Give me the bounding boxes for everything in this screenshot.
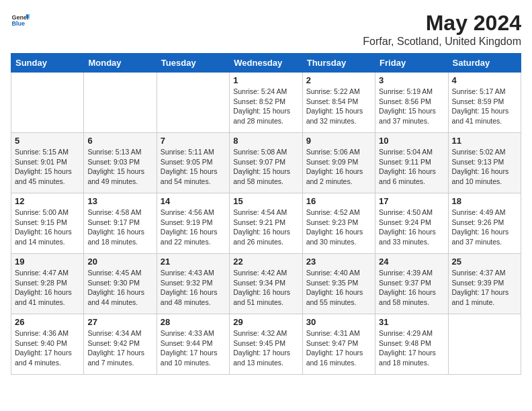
table-row: 28Sunrise: 4:33 AM Sunset: 9:44 PM Dayli…	[157, 314, 229, 375]
table-row: 16Sunrise: 4:52 AM Sunset: 9:23 PM Dayli…	[302, 193, 375, 254]
day-number: 3	[379, 75, 444, 85]
day-info: Sunrise: 4:37 AM Sunset: 9:39 PM Dayligh…	[452, 268, 517, 308]
day-number: 18	[452, 196, 517, 206]
day-info: Sunrise: 4:43 AM Sunset: 9:32 PM Dayligh…	[161, 268, 226, 308]
table-row: 30Sunrise: 4:31 AM Sunset: 9:47 PM Dayli…	[302, 314, 375, 375]
day-number: 7	[161, 136, 226, 146]
table-row: 8Sunrise: 5:08 AM Sunset: 9:07 PM Daylig…	[230, 133, 302, 193]
header-thursday: Thursday	[302, 54, 375, 73]
day-info: Sunrise: 4:47 AM Sunset: 9:28 PM Dayligh…	[15, 268, 80, 308]
day-number: 13	[87, 196, 152, 206]
day-info: Sunrise: 4:45 AM Sunset: 9:30 PM Dayligh…	[87, 268, 152, 308]
day-number: 20	[87, 257, 152, 267]
header: General Blue May 2024 Forfar, Scotland, …	[11, 11, 521, 48]
calendar-week-row: 19Sunrise: 4:47 AM Sunset: 9:28 PM Dayli…	[11, 254, 521, 314]
day-info: Sunrise: 4:54 AM Sunset: 9:21 PM Dayligh…	[233, 208, 298, 247]
table-row: 14Sunrise: 4:56 AM Sunset: 9:19 PM Dayli…	[157, 193, 229, 254]
day-number: 28	[161, 317, 226, 327]
table-row: 15Sunrise: 4:54 AM Sunset: 9:21 PM Dayli…	[230, 193, 302, 254]
day-number: 30	[306, 317, 371, 327]
calendar-week-row: 26Sunrise: 4:36 AM Sunset: 9:40 PM Dayli…	[11, 314, 521, 375]
day-info: Sunrise: 4:42 AM Sunset: 9:34 PM Dayligh…	[233, 268, 298, 308]
day-number: 23	[306, 257, 371, 267]
table-row: 4Sunrise: 5:17 AM Sunset: 8:59 PM Daylig…	[448, 73, 521, 133]
table-row: 11Sunrise: 5:02 AM Sunset: 9:13 PM Dayli…	[448, 133, 521, 193]
day-number: 14	[161, 196, 226, 206]
table-row: 7Sunrise: 5:11 AM Sunset: 9:05 PM Daylig…	[157, 133, 229, 193]
table-row: 6Sunrise: 5:13 AM Sunset: 9:03 PM Daylig…	[84, 133, 157, 193]
table-row	[11, 73, 84, 133]
calendar-week-row: 12Sunrise: 5:00 AM Sunset: 9:15 PM Dayli…	[11, 193, 521, 254]
table-row: 24Sunrise: 4:39 AM Sunset: 9:37 PM Dayli…	[375, 254, 448, 314]
day-info: Sunrise: 4:29 AM Sunset: 9:48 PM Dayligh…	[379, 328, 444, 368]
table-row: 31Sunrise: 4:29 AM Sunset: 9:48 PM Dayli…	[375, 314, 448, 375]
month-title: May 2024	[363, 11, 521, 36]
calendar-week-row: 1Sunrise: 5:24 AM Sunset: 8:52 PM Daylig…	[11, 73, 521, 133]
day-info: Sunrise: 4:34 AM Sunset: 9:42 PM Dayligh…	[87, 328, 152, 368]
header-monday: Monday	[84, 54, 157, 73]
location-title: Forfar, Scotland, United Kingdom	[363, 36, 521, 48]
day-info: Sunrise: 5:02 AM Sunset: 9:13 PM Dayligh…	[452, 147, 517, 187]
day-number: 17	[379, 196, 444, 206]
day-info: Sunrise: 4:32 AM Sunset: 9:45 PM Dayligh…	[233, 328, 298, 368]
day-info: Sunrise: 4:39 AM Sunset: 9:37 PM Dayligh…	[379, 268, 444, 308]
table-row: 26Sunrise: 4:36 AM Sunset: 9:40 PM Dayli…	[11, 314, 84, 375]
day-number: 5	[15, 136, 80, 146]
table-row: 3Sunrise: 5:19 AM Sunset: 8:56 PM Daylig…	[375, 73, 448, 133]
day-number: 22	[233, 257, 298, 267]
day-info: Sunrise: 5:06 AM Sunset: 9:09 PM Dayligh…	[306, 147, 371, 187]
day-info: Sunrise: 5:11 AM Sunset: 9:05 PM Dayligh…	[161, 147, 226, 187]
day-info: Sunrise: 5:08 AM Sunset: 9:07 PM Dayligh…	[233, 147, 298, 187]
day-info: Sunrise: 5:00 AM Sunset: 9:15 PM Dayligh…	[15, 208, 80, 247]
table-row: 19Sunrise: 4:47 AM Sunset: 9:28 PM Dayli…	[11, 254, 84, 314]
table-row: 18Sunrise: 4:49 AM Sunset: 9:26 PM Dayli…	[448, 193, 521, 254]
day-number: 31	[379, 317, 444, 327]
table-row: 1Sunrise: 5:24 AM Sunset: 8:52 PM Daylig…	[230, 73, 302, 133]
day-info: Sunrise: 4:33 AM Sunset: 9:44 PM Dayligh…	[161, 328, 226, 368]
day-info: Sunrise: 5:19 AM Sunset: 8:56 PM Dayligh…	[379, 87, 444, 126]
header-sunday: Sunday	[11, 54, 84, 73]
day-number: 11	[452, 136, 517, 146]
day-info: Sunrise: 4:58 AM Sunset: 9:17 PM Dayligh…	[87, 208, 152, 247]
day-number: 2	[306, 75, 371, 85]
day-info: Sunrise: 4:36 AM Sunset: 9:40 PM Dayligh…	[15, 328, 80, 368]
day-number: 6	[87, 136, 152, 146]
day-number: 1	[233, 75, 298, 85]
table-row	[448, 314, 521, 375]
day-info: Sunrise: 4:50 AM Sunset: 9:24 PM Dayligh…	[379, 208, 444, 247]
day-number: 16	[306, 196, 371, 206]
logo-icon: General Blue	[11, 11, 30, 30]
day-number: 8	[233, 136, 298, 146]
day-info: Sunrise: 4:56 AM Sunset: 9:19 PM Dayligh…	[161, 208, 226, 247]
day-info: Sunrise: 4:49 AM Sunset: 9:26 PM Dayligh…	[452, 208, 517, 247]
header-tuesday: Tuesday	[157, 54, 229, 73]
day-info: Sunrise: 4:31 AM Sunset: 9:47 PM Dayligh…	[306, 328, 371, 368]
calendar-week-row: 5Sunrise: 5:15 AM Sunset: 9:01 PM Daylig…	[11, 133, 521, 193]
svg-text:Blue: Blue	[11, 20, 25, 27]
table-row: 20Sunrise: 4:45 AM Sunset: 9:30 PM Dayli…	[84, 254, 157, 314]
table-row: 10Sunrise: 5:04 AM Sunset: 9:11 PM Dayli…	[375, 133, 448, 193]
day-info: Sunrise: 4:52 AM Sunset: 9:23 PM Dayligh…	[306, 208, 371, 247]
logo: General Blue	[11, 11, 30, 30]
calendar-header-row: Sunday Monday Tuesday Wednesday Thursday…	[11, 54, 521, 73]
table-row: 17Sunrise: 4:50 AM Sunset: 9:24 PM Dayli…	[375, 193, 448, 254]
day-number: 15	[233, 196, 298, 206]
day-info: Sunrise: 4:40 AM Sunset: 9:35 PM Dayligh…	[306, 268, 371, 308]
table-row: 9Sunrise: 5:06 AM Sunset: 9:09 PM Daylig…	[302, 133, 375, 193]
day-number: 27	[87, 317, 152, 327]
table-row	[157, 73, 229, 133]
day-number: 24	[379, 257, 444, 267]
day-number: 10	[379, 136, 444, 146]
day-info: Sunrise: 5:13 AM Sunset: 9:03 PM Dayligh…	[87, 147, 152, 187]
day-number: 21	[161, 257, 226, 267]
table-row: 5Sunrise: 5:15 AM Sunset: 9:01 PM Daylig…	[11, 133, 84, 193]
table-row: 12Sunrise: 5:00 AM Sunset: 9:15 PM Dayli…	[11, 193, 84, 254]
table-row: 27Sunrise: 4:34 AM Sunset: 9:42 PM Dayli…	[84, 314, 157, 375]
table-row: 23Sunrise: 4:40 AM Sunset: 9:35 PM Dayli…	[302, 254, 375, 314]
table-row: 2Sunrise: 5:22 AM Sunset: 8:54 PM Daylig…	[302, 73, 375, 133]
title-area: May 2024 Forfar, Scotland, United Kingdo…	[363, 11, 521, 48]
day-info: Sunrise: 5:22 AM Sunset: 8:54 PM Dayligh…	[306, 87, 371, 126]
header-wednesday: Wednesday	[230, 54, 302, 73]
table-row	[84, 73, 157, 133]
day-number: 4	[452, 75, 517, 85]
